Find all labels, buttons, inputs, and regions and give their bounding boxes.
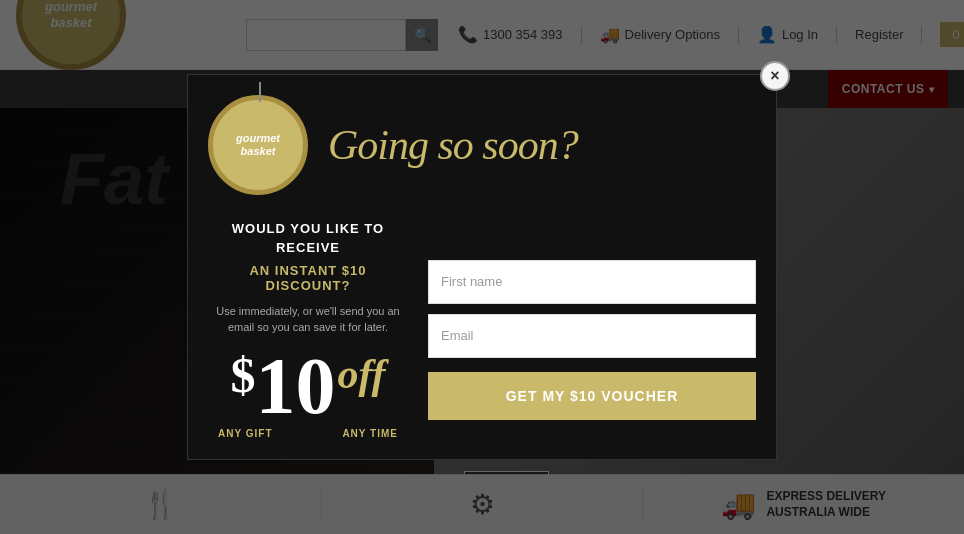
modal-headline-wrap: Going so soon? <box>308 124 756 166</box>
modal-header: gourmetbasket Going so soon? <box>188 75 776 205</box>
discount-amount: 10 <box>255 350 335 422</box>
close-icon: × <box>770 67 779 85</box>
first-name-input[interactable] <box>428 260 756 304</box>
discount-off-label: off <box>337 350 385 398</box>
discount-dollar-sign: $ <box>230 350 255 400</box>
email-input[interactable] <box>428 314 756 358</box>
modal-backdrop: × gourmetbasket Going so soon? WOULD YOU… <box>0 0 964 534</box>
modal-logo-string <box>259 82 261 102</box>
discount-label-right: ANY TIME <box>342 428 398 439</box>
modal-close-button[interactable]: × <box>760 61 790 91</box>
modal-right-section: GET MY $10 VOUCHER <box>428 210 756 438</box>
modal-logo-circle: gourmetbasket <box>208 95 308 195</box>
discount-block: $ 10 off <box>230 350 385 422</box>
modal-description: Use immediately, or we'll send you an em… <box>208 303 408 336</box>
get-voucher-button[interactable]: GET MY $10 VOUCHER <box>428 372 756 420</box>
voucher-button-label: GET MY $10 VOUCHER <box>506 388 679 404</box>
discount-labels: ANY GIFT ANY TIME <box>208 428 408 439</box>
modal-logo-text: gourmetbasket <box>236 132 280 158</box>
modal-body: WOULD YOU LIKE TO RECEIVE AN INSTANT $10… <box>188 205 776 458</box>
modal-subtitle1: WOULD YOU LIKE TO RECEIVE <box>208 220 408 256</box>
discount-label-left: ANY GIFT <box>218 428 272 439</box>
modal: × gourmetbasket Going so soon? WOULD YOU… <box>187 74 777 459</box>
modal-left-section: WOULD YOU LIKE TO RECEIVE AN INSTANT $10… <box>208 210 408 438</box>
modal-subtitle2: AN INSTANT $10 DISCOUNT? <box>208 263 408 293</box>
modal-headline: Going so soon? <box>328 124 756 166</box>
